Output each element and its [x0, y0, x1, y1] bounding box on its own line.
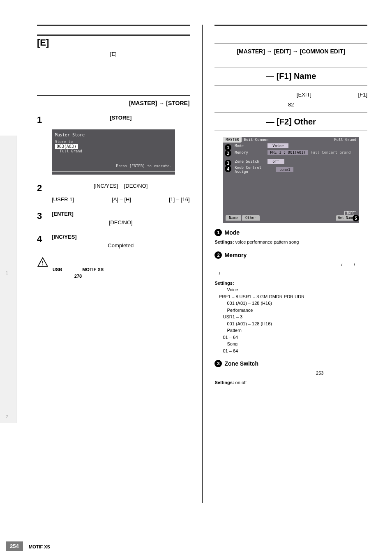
step-4: 4 [INC/YES] Completed — [37, 234, 190, 249]
lcd1-num: 003(A03) — [55, 144, 78, 149]
s-zone: Settings: — [214, 380, 234, 385]
warning-icon — [37, 257, 48, 279]
s-mem-v3: Pattern — [214, 327, 367, 334]
warn-model: MOTIF XS — [82, 267, 104, 272]
lcd1-exec: Press [ENTER] to execute. — [116, 164, 171, 168]
f1-82: 82 — [214, 101, 367, 108]
s-mem-v1: Voice — [214, 286, 367, 293]
r-rule-1 — [214, 44, 367, 44]
param-memory-num: 2 — [214, 251, 222, 259]
step-4-num: 4 — [37, 234, 45, 249]
step3-b: [DEC/NO] — [109, 219, 133, 226]
lcd2-r3-lbl: Zone Switch — [235, 159, 267, 164]
side-tabs: 1 2 — [0, 0, 16, 503]
s-mem-v4: Song — [214, 341, 367, 348]
lcd2-r4-val: tone1 — [276, 167, 293, 172]
step-2: 2 [INC/YES] [DEC/NO] [USER 1] [A] – [H] … — [37, 183, 190, 203]
s-mem-v2: Performance — [214, 307, 367, 314]
left-column: [E] [E] [MASTER] → [STORE] 1 [STORE] Mas… — [29, 25, 198, 503]
step-1-text: [STORE] — [110, 115, 131, 121]
settings-zone: Settings: on off — [214, 379, 367, 386]
step2-c: [USER 1] — [52, 196, 74, 203]
step-1-num: 1 — [37, 115, 45, 125]
param-zone-label: Zone Switch — [224, 360, 258, 367]
s-mem: Settings: — [214, 281, 234, 286]
callout-5: 5 — [353, 215, 359, 221]
step2-a: [INC/YES] — [94, 183, 118, 189]
step-4-body: [INC/YES] Completed — [52, 234, 190, 249]
p-e-ref: [E] — [37, 51, 190, 58]
footer: 254 MOTIF XS — [0, 539, 392, 551]
lcd1-title: Master Store — [55, 133, 172, 137]
lcd2-crumb: Edit-Common — [242, 137, 271, 143]
r-rule-top — [214, 25, 367, 26]
side-tab-1: 1 — [0, 136, 16, 279]
column-divider — [202, 25, 203, 503]
section-letter: [E] — [37, 37, 49, 48]
sl1: / — [341, 262, 342, 267]
lcd2-bt2: Other — [242, 215, 260, 221]
step2-b: [DEC/NO] — [124, 183, 148, 189]
s-mem-v2b: 001 (A01) – 128 (H16) — [214, 320, 367, 327]
f1-exit: [EXIT] — [297, 92, 311, 98]
warning-text: USB MOTIF XS 278 — [53, 257, 104, 279]
s-mem-v4a: 01 – 64 — [214, 348, 367, 355]
warning: USB MOTIF XS 278 — [37, 257, 190, 279]
rule-2 — [37, 95, 190, 96]
settings-memory: Settings: Voice PRE1 – 8 USR1 – 3 GM GMD… — [214, 280, 367, 355]
tab-num-1: 1 — [6, 271, 8, 275]
f2-title: — [F2] Other — [214, 113, 367, 131]
param-mode-label: Mode — [224, 229, 240, 236]
param-mode-num: 1 — [214, 229, 222, 236]
lcd1-storeto: Store to — [55, 140, 172, 144]
param-zone-num: 3 — [214, 360, 222, 367]
lcd2-r2-rest: Full Concert Grand — [311, 150, 351, 154]
sl2: / — [354, 262, 355, 267]
s-mem-v3a: 01 – 64 — [214, 334, 367, 341]
param-zone: 3 Zone Switch — [214, 360, 367, 367]
lcd1-bar — [52, 171, 175, 172]
settings-mode: Settings: voice performance pattern song — [214, 239, 367, 246]
warn-page: 278 — [74, 274, 82, 279]
f1-title: — [F1] Name — [214, 67, 367, 85]
page: 1 2 [E] [E] [MASTER] → [STORE] 1 [STORE]… — [0, 0, 392, 503]
f1-key: [F1] — [358, 92, 367, 98]
step-3: 3 [ENTER] [DEC/NO] — [37, 211, 190, 226]
step3-a: [ENTER] — [52, 211, 74, 217]
step2-e: [1] – [16] — [169, 196, 190, 203]
memory-slashes: / / — [214, 261, 367, 268]
lcd2-r2-val: PRE 1 : 001(A01) — [267, 150, 308, 155]
step4-a: [INC/YES] — [52, 234, 77, 240]
s-mem-v2a: USR1 – 3 — [214, 313, 367, 320]
s-mode: Settings: — [214, 240, 234, 244]
step-3-num: 3 — [37, 211, 45, 226]
step-3-body: [ENTER] [DEC/NO] — [52, 211, 190, 226]
step-2-num: 2 — [37, 183, 45, 203]
tab-num-2: 2 — [6, 415, 8, 419]
side-tab-2: 2 — [0, 279, 16, 423]
warn-usb: USB — [53, 267, 62, 272]
page-number: 254 — [6, 541, 23, 551]
lcd2-r1-val: Voice — [267, 143, 288, 148]
lcd2-r2-lbl: Memory — [235, 150, 267, 154]
rule-1 — [37, 91, 190, 91]
section-e-header: [E] — [37, 35, 190, 48]
s-mem-v1b: 001 (A01) – 128 (H16) — [214, 300, 367, 307]
step-2-body: [INC/YES] [DEC/NO] [USER 1] [A] – [H] [1… — [52, 183, 190, 203]
s-mem-v1a: PRE1 – 8 USR1 – 3 GM GMDR PDR UDR — [214, 293, 367, 300]
lcd-edit-common: MASTER Edit-Common Full Grand ModeVoice … — [223, 137, 359, 223]
settings-memory-sl3: / — [214, 270, 367, 277]
zone-253: 253 — [214, 370, 367, 377]
s-mode-vals: voice performance pattern song — [235, 240, 299, 244]
breadcrumb-edit: [MASTER] → [EDIT] → [COMMON EDIT] — [214, 48, 367, 55]
step-1: 1 [STORE] — [37, 115, 190, 125]
lcd2-r4-lbl: Knob Control Assign — [235, 166, 276, 174]
breadcrumb-store: [MASTER] → [STORE] — [37, 100, 190, 106]
sl3: / — [219, 271, 220, 276]
lcd2-bt1: Name — [226, 215, 241, 221]
lcd2-r1-lbl: Mode — [235, 144, 267, 148]
lcd2-tab: MASTER — [223, 137, 242, 143]
param-memory: 2 Memory — [214, 251, 367, 259]
svg-point-1 — [42, 265, 43, 265]
lcd-store: Master Store Store to 003(A03) Full Gran… — [52, 129, 175, 175]
